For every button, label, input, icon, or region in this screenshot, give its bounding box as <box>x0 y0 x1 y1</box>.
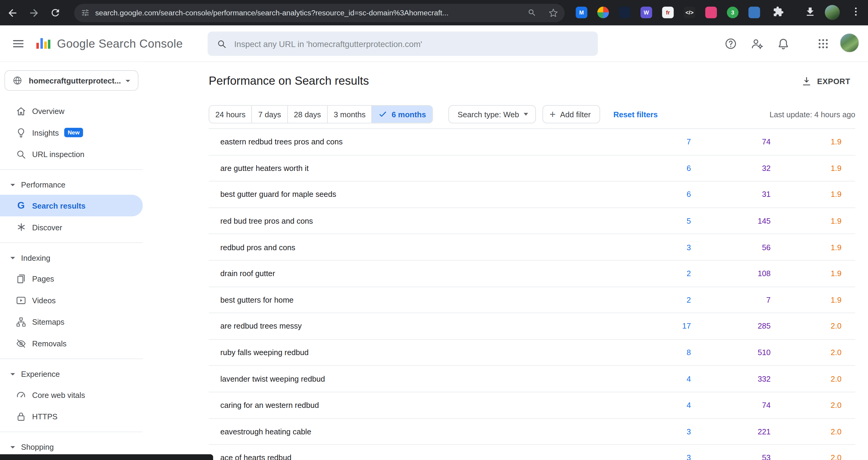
query-cell[interactable]: ace of hearts redbud <box>220 453 625 460</box>
export-label: EXPORT <box>817 77 850 86</box>
browser-forward-button[interactable] <box>27 6 40 19</box>
impressions-cell: 74 <box>691 401 771 409</box>
table-row[interactable]: best gutters for home 2 7 1.9 <box>209 287 855 313</box>
reset-filters-link[interactable]: Reset filters <box>614 110 658 119</box>
sidebar-item-sitemaps[interactable]: Sitemaps <box>0 311 143 333</box>
query-cell[interactable]: are redbud trees messy <box>220 322 625 330</box>
position-cell: 1.9 <box>771 190 841 199</box>
query-cell[interactable]: eastern redbud trees pros and cons <box>220 137 625 146</box>
chevron-down-icon <box>7 441 19 453</box>
range-button-6-months[interactable]: 6 months <box>372 106 432 123</box>
divider <box>0 169 143 170</box>
table-row[interactable]: red bud tree pros and cons 5 145 1.9 <box>209 208 855 234</box>
sidebar-section-experience[interactable]: Experience <box>0 364 143 384</box>
query-cell[interactable]: eavestrough heating cable <box>220 427 625 436</box>
export-button[interactable]: EXPORT <box>801 76 850 87</box>
bookmark-star-icon[interactable] <box>549 8 558 18</box>
lightbulb-icon <box>14 127 28 138</box>
address-bar[interactable]: search.google.com/search-console/perform… <box>74 4 565 22</box>
range-button-28-days[interactable]: 28 days <box>287 106 327 123</box>
video-icon <box>14 295 28 306</box>
query-cell[interactable]: best gutter guard for maple seeds <box>220 190 625 199</box>
add-filter-label: Add filter <box>560 110 591 119</box>
app-logo[interactable]: Google Search Console <box>35 36 183 51</box>
range-button-24-hours[interactable]: 24 hours <box>209 106 251 123</box>
browser-reload-button[interactable] <box>49 6 62 19</box>
table-row[interactable]: are gutter heaters worth it 6 32 1.9 <box>209 155 855 182</box>
table-row[interactable]: best gutter guard for maple seeds 6 31 1… <box>209 182 855 208</box>
table-row[interactable]: redbud pros and cons 3 56 1.9 <box>209 234 855 260</box>
query-cell[interactable]: lavender twist weeping redbud <box>220 374 625 383</box>
query-cell[interactable]: ruby falls weeping redbud <box>220 348 625 357</box>
extension-icon-colorwheel[interactable] <box>597 7 609 19</box>
sidebar-item-search-results[interactable]: G Search results <box>0 195 143 217</box>
extension-icon-pink[interactable] <box>705 7 717 19</box>
range-button-7-days[interactable]: 7 days <box>251 106 287 123</box>
impressions-cell: 7 <box>691 295 771 304</box>
zoom-icon[interactable] <box>527 8 536 17</box>
google-g-icon: G <box>14 200 28 211</box>
extension-icon-w[interactable]: W <box>641 7 652 19</box>
table-row[interactable]: are redbud trees messy 17 285 2.0 <box>209 313 855 339</box>
query-cell[interactable]: redbud pros and cons <box>220 243 625 252</box>
table-row[interactable]: caring for an western redbud 4 74 2.0 <box>209 392 855 418</box>
magnifier-icon <box>14 149 28 160</box>
extension-icon-blue[interactable] <box>749 7 760 19</box>
filter-bar: 24 hours 7 days 28 days 3 months 6 month… <box>209 105 855 124</box>
table-row[interactable]: drain roof gutter 2 108 1.9 <box>209 260 855 287</box>
range-label: 24 hours <box>215 110 246 119</box>
browser-back-button[interactable] <box>5 6 19 19</box>
sidebar-section-performance[interactable]: Performance <box>0 174 143 195</box>
query-cell[interactable]: are gutter heaters worth it <box>220 164 625 172</box>
sidebar-item-insights[interactable]: Insights New <box>0 122 143 143</box>
sidebar-item-videos[interactable]: Videos <box>0 289 143 311</box>
sidebar-item-overview[interactable]: Overview <box>0 100 143 122</box>
range-button-3-months[interactable]: 3 months <box>327 106 372 123</box>
google-apps-grid-icon[interactable] <box>816 37 830 50</box>
notifications-bell-icon[interactable] <box>777 37 790 50</box>
account-avatar[interactable] <box>840 33 859 53</box>
property-selector[interactable]: homecraftgutterprotect... <box>4 70 138 91</box>
table-row[interactable]: eavestrough heating cable 3 221 2.0 <box>209 419 855 445</box>
chevron-down-icon <box>122 75 134 86</box>
divider <box>0 358 143 359</box>
extensions-puzzle-icon[interactable] <box>773 6 784 17</box>
extension-icon-code[interactable]: </> <box>684 7 695 19</box>
browser-menu-icon[interactable] <box>850 6 861 17</box>
help-icon[interactable] <box>724 37 737 50</box>
table-row[interactable]: ruby falls weeping redbud 8 510 2.0 <box>209 340 855 366</box>
extension-icon-m[interactable]: M <box>576 7 588 19</box>
downloads-icon[interactable] <box>804 6 816 18</box>
clicks-cell: 2 <box>624 269 691 278</box>
sidebar-item-pages[interactable]: Pages <box>0 268 143 289</box>
browser-toolbar: search.google.com/search-console/perform… <box>0 0 868 25</box>
browser-profile-avatar[interactable] <box>825 5 840 20</box>
position-cell: 1.9 <box>771 217 841 225</box>
table-row[interactable]: lavender twist weeping redbud 4 332 2.0 <box>209 366 855 392</box>
section-label: Experience <box>21 369 60 378</box>
sidebar-item-discover[interactable]: Discover <box>0 217 143 238</box>
clicks-cell: 3 <box>624 243 691 252</box>
query-cell[interactable]: drain roof gutter <box>220 269 625 278</box>
extension-icon-dark[interactable] <box>619 7 631 19</box>
sidebar-item-https[interactable]: HTTPS <box>0 405 143 427</box>
divider <box>0 242 143 243</box>
query-cell[interactable]: best gutters for home <box>220 295 625 304</box>
search-type-dropdown[interactable]: Search type: Web <box>448 105 536 124</box>
add-filter-button[interactable]: + Add filter <box>542 105 600 124</box>
menu-hamburger-icon[interactable] <box>12 37 25 53</box>
sidebar-item-url-inspection[interactable]: URL inspection <box>0 143 143 165</box>
sidebar-item-removals[interactable]: Removals <box>0 332 143 354</box>
query-cell[interactable]: red bud tree pros and cons <box>220 217 625 225</box>
search-input[interactable] <box>234 39 598 48</box>
extension-icon-green-badge[interactable]: 3 <box>727 7 739 19</box>
query-cell[interactable]: caring for an western redbud <box>220 401 625 409</box>
table-row[interactable]: ace of hearts redbud 3 53 2.0 <box>209 445 855 460</box>
url-inspect-searchbox[interactable] <box>208 32 598 56</box>
extension-icon-fr[interactable]: fr <box>662 7 674 19</box>
table-row[interactable]: eastern redbud trees pros and cons 7 74 … <box>209 129 855 155</box>
sidebar-item-core-web-vitals[interactable]: Core web vitals <box>0 384 143 406</box>
sidebar-section-indexing[interactable]: Indexing <box>0 247 143 268</box>
manage-users-icon[interactable] <box>751 37 764 50</box>
site-settings-icon[interactable] <box>81 8 90 17</box>
